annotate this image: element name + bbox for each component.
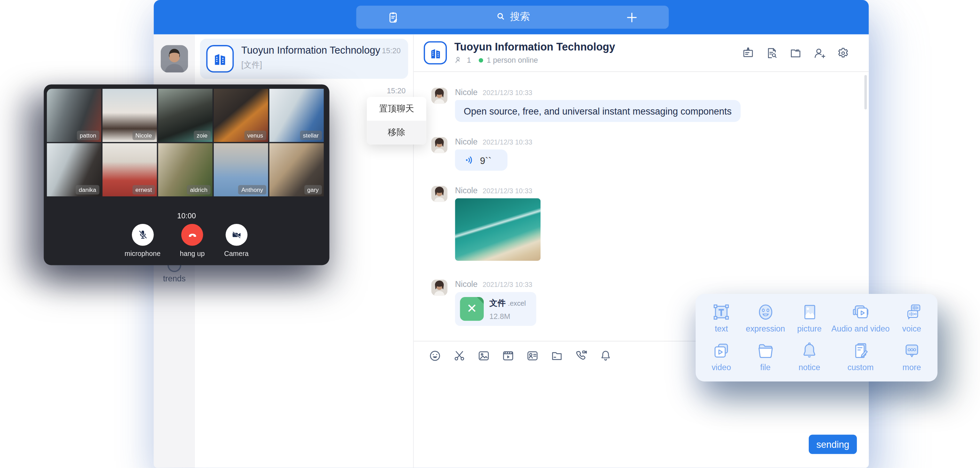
participant-name: Anthony <box>238 185 266 195</box>
participant-tile: venus <box>214 89 268 142</box>
popup-item-custom[interactable]: custom <box>831 340 889 379</box>
image-attachment-beach[interactable] <box>455 198 541 261</box>
call-controls: microphone hang up <box>44 224 329 257</box>
camera-button[interactable]: Camera <box>224 224 248 257</box>
popup-item-label: picture <box>797 324 822 333</box>
context-menu-pin-chat[interactable]: 置顶聊天 <box>367 97 426 120</box>
send-button[interactable]: sending <box>809 434 857 454</box>
sender-name: Nicole <box>455 280 477 289</box>
folder-icon[interactable] <box>789 46 802 60</box>
voice-icon <box>901 302 922 323</box>
notice-icon <box>799 340 820 361</box>
video-call-overlay: patton Nicole zoie venus stellar danika … <box>44 84 329 265</box>
microphone-button[interactable]: microphone <box>124 224 161 257</box>
conversation-preview: [文件] <box>241 59 402 71</box>
plus-icon[interactable] <box>625 10 639 24</box>
search-bar[interactable]: 搜索 <box>356 6 669 29</box>
clipboard-edit-icon[interactable] <box>386 10 400 24</box>
screenshot-scissors-icon[interactable] <box>452 348 466 363</box>
popup-item-audio-video[interactable]: Audio and video <box>831 302 889 340</box>
participant-tile: Nicole <box>103 89 157 142</box>
message-time: 2021/12/3 10:33 <box>483 281 533 288</box>
image-icon[interactable] <box>477 348 491 363</box>
popup-item-label: Audio and video <box>831 324 889 333</box>
participant-tile: patton <box>47 89 101 142</box>
text-bubble[interactable]: Open source, free, and universal instant… <box>455 100 740 122</box>
file-name: 文件 <box>489 298 506 307</box>
participant-tile: ernest <box>103 143 157 196</box>
message-text: Nicole 2021/12/3 10:33 Open source, free… <box>431 88 856 122</box>
microphone-muted-icon <box>137 229 148 241</box>
popup-item-more[interactable]: more <box>890 340 934 379</box>
popup-item-label: voice <box>902 324 921 333</box>
sender-avatar[interactable] <box>431 185 447 202</box>
call-icon[interactable] <box>574 348 588 363</box>
popup-item-expression[interactable]: expression <box>743 302 787 340</box>
noticeboard-icon[interactable] <box>741 46 755 60</box>
sender-name: Nicole <box>455 137 477 146</box>
text-icon <box>711 302 732 323</box>
picture-icon <box>799 302 820 323</box>
participant-name: ernest <box>132 185 155 195</box>
member-count-icon <box>455 56 463 64</box>
hangup-label: hang up <box>180 250 205 257</box>
participant-tile: danika <box>47 143 101 196</box>
message-time: 2021/12/3 10:33 <box>483 138 533 146</box>
voice-duration: 9`` <box>480 155 492 165</box>
participant-tile: aldrich <box>158 143 212 196</box>
popup-item-notice[interactable]: notice <box>788 340 831 379</box>
popup-item-picture[interactable]: picture <box>788 302 831 340</box>
sender-avatar[interactable] <box>431 137 447 153</box>
message-image: Nicole 2021/12/3 10:33 <box>431 185 856 261</box>
participant-tile: gary <box>269 143 324 196</box>
message-type-popup: text expression picture <box>696 294 937 381</box>
context-menu-remove[interactable]: 移除 <box>367 121 426 144</box>
add-member-icon[interactable] <box>813 46 827 60</box>
chat-title: Tuoyun Information Technology <box>455 42 741 54</box>
my-avatar[interactable] <box>161 45 188 72</box>
online-status: 1 person online <box>487 56 538 64</box>
conversation-item-selected[interactable]: Tuoyun Information Technology [文件] 15:20 <box>200 39 408 79</box>
popup-item-voice[interactable]: voice <box>890 302 934 340</box>
speaker-waves-icon <box>464 155 475 166</box>
settings-gear-icon[interactable] <box>836 46 850 60</box>
popup-item-label: expression <box>746 324 785 333</box>
notification-bell-icon[interactable] <box>598 348 612 363</box>
conversation-time: 15:20 <box>387 86 406 95</box>
popup-item-video[interactable]: video <box>700 340 743 379</box>
sender-avatar[interactable] <box>431 280 447 296</box>
popup-item-label: video <box>712 363 731 372</box>
sender-avatar[interactable] <box>431 88 447 104</box>
more-icon <box>901 340 922 361</box>
microphone-label: microphone <box>124 250 161 257</box>
top-bar: 搜索 <box>154 0 869 35</box>
excel-file-icon: ✕ <box>460 297 484 321</box>
file-size: 12.8M <box>489 311 526 320</box>
context-menu: 置顶聊天 移除 <box>367 97 426 144</box>
popup-item-file[interactable]: file <box>743 340 787 379</box>
file-attachment[interactable]: ✕ 文件 .excel 12.8M <box>455 292 536 326</box>
folder-icon[interactable] <box>550 348 564 363</box>
chat-history-search-icon[interactable] <box>765 46 779 60</box>
group-building-icon <box>206 45 234 72</box>
search-input[interactable]: 搜索 <box>425 10 600 24</box>
video-icon[interactable] <box>501 348 515 363</box>
group-building-icon <box>424 42 447 64</box>
voice-bubble[interactable]: 9`` <box>455 149 508 171</box>
participant-name: zoie <box>194 130 210 140</box>
popup-item-text[interactable]: text <box>700 302 743 340</box>
participant-name: venus <box>244 130 267 140</box>
custom-icon <box>850 340 871 361</box>
contact-card-icon[interactable] <box>525 348 539 363</box>
hangup-button[interactable]: hang up <box>180 224 205 257</box>
popup-item-label: file <box>760 363 770 372</box>
participant-tile: zoie <box>158 89 212 142</box>
participant-name: Nicole <box>132 130 155 140</box>
trends-label: trends <box>154 274 195 283</box>
emoji-icon[interactable] <box>428 348 442 363</box>
participant-name: gary <box>304 185 322 195</box>
message-scrollbar[interactable] <box>864 75 867 110</box>
sender-name: Nicole <box>455 185 477 195</box>
video-icon <box>711 340 732 361</box>
participant-tile: stellar <box>269 89 324 142</box>
